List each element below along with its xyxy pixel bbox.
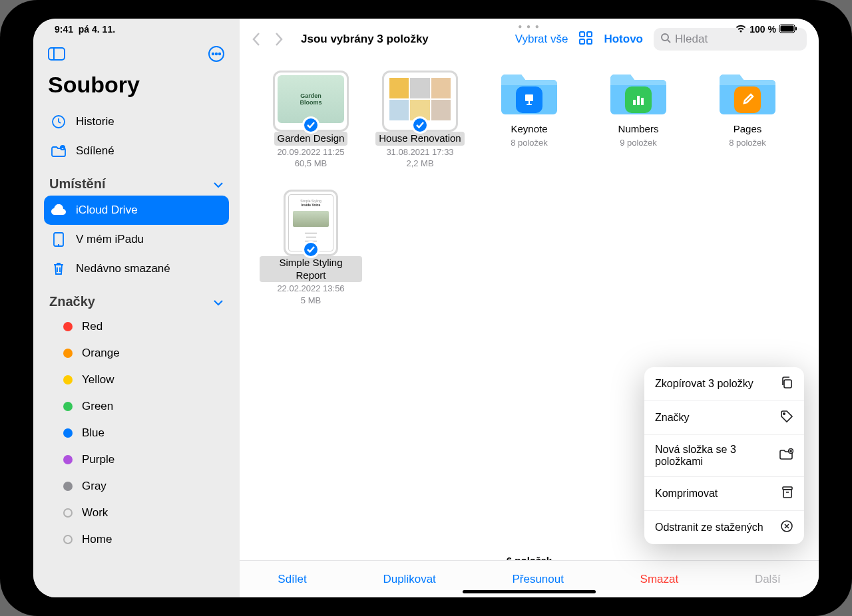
more-button[interactable]: Další [755, 573, 781, 586]
home-indicator[interactable] [463, 590, 596, 593]
file-item[interactable]: House Renovation31.08.2021 17:332,2 MB [369, 71, 471, 170]
tag-icon [780, 410, 793, 426]
sidebar-item-icloud[interactable]: iCloud Drive [44, 196, 229, 225]
svg-rect-25 [784, 380, 791, 388]
file-item[interactable]: GardenBloomsGarden Design20.09.2022 11:2… [260, 71, 362, 170]
svg-point-7 [216, 53, 217, 55]
sidebar-tag-item[interactable]: Orange [44, 340, 229, 367]
sidebar-item-trash[interactable]: Nedávno smazané [44, 254, 229, 283]
wifi-icon [735, 24, 747, 35]
archive-icon [781, 486, 793, 502]
tag-dot-icon [63, 455, 73, 464]
sidebar-item-label: iCloud Drive [76, 204, 222, 217]
folder-icon [605, 71, 672, 118]
sidebar: Soubory Historie Sdílené Umístění iCloud… [33, 19, 240, 597]
svg-point-8 [219, 53, 220, 55]
menu-item-label: Zkopírovat 3 položky [655, 378, 753, 390]
sidebar-item-recents[interactable]: Historie [44, 107, 229, 136]
share-button[interactable]: Sdílet [278, 573, 306, 586]
context-menu: Zkopírovat 3 položkyZnačkyNová složka se… [644, 367, 804, 544]
file-item[interactable]: Simple StylingInside Voice━━━━━━━━━━━━━━… [260, 190, 362, 307]
file-item[interactable]: Keynote8 položek [478, 71, 580, 170]
main-content: ● ● ● Jsou vybrány 3 položky Vybrat vše … [240, 19, 819, 597]
menu-item[interactable]: Značky [644, 401, 804, 435]
tag-label: Gray [82, 480, 222, 493]
sidebar-section-locations[interactable]: Umístění [44, 166, 229, 196]
sidebar-tag-item[interactable]: Yellow [44, 367, 229, 393]
menu-item[interactable]: Zkopírovat 3 položky [644, 367, 804, 401]
tag-empty-icon [63, 535, 73, 544]
image-thumbnail [382, 71, 458, 132]
svg-rect-2 [795, 27, 797, 30]
sidebar-item-onipad[interactable]: V mém iPadu [44, 225, 229, 254]
file-item[interactable]: Pages8 položek [696, 71, 799, 170]
image-thumbnail: GardenBlooms [273, 71, 349, 132]
tag-label: Blue [82, 426, 222, 440]
item-meta: 20.09.2022 11:2560,5 MB [277, 146, 344, 170]
svg-rect-16 [580, 39, 584, 44]
status-left: 9:41 pá 4. 11. [55, 24, 115, 35]
delete-button[interactable]: Smazat [640, 573, 679, 586]
sidebar-tag-item[interactable]: Purple [44, 446, 229, 473]
duplicate-button[interactable]: Duplikovat [383, 573, 435, 586]
item-meta: 9 položek [620, 137, 657, 149]
menu-item-label: Odstranit ze stažených [655, 522, 763, 534]
item-name: Keynote [507, 122, 550, 136]
chevron-down-icon [213, 176, 224, 192]
status-bar: 9:41 pá 4. 11. 100 % [33, 19, 819, 37]
ipad-icon [51, 231, 67, 247]
item-meta: 8 položek [511, 137, 548, 149]
item-name: Pages [730, 122, 765, 136]
sidebar-item-label: V mém iPadu [76, 233, 222, 246]
tag-label: Orange [82, 347, 222, 360]
screen: 9:41 pá 4. 11. 100 % Soubory Historie Sd… [33, 19, 819, 597]
sidebar-item-shared[interactable]: Sdílené [44, 136, 229, 166]
chevron-down-icon [213, 294, 224, 309]
sidebar-section-tags[interactable]: Značky [44, 283, 229, 313]
svg-point-6 [212, 53, 214, 55]
file-item[interactable]: Numbers9 položek [587, 71, 690, 170]
cloud-icon [51, 202, 67, 218]
sidebar-tag-item[interactable]: Gray [44, 473, 229, 500]
tag-dot-icon [63, 349, 73, 358]
battery-text: 100 % [749, 24, 776, 35]
sidebar-tag-item[interactable]: Green [44, 393, 229, 420]
sidebar-tag-item[interactable]: Work [44, 500, 229, 526]
tag-dot-icon [63, 322, 73, 331]
trash-icon [51, 261, 67, 277]
menu-item[interactable]: Odstranit ze stažených [644, 511, 804, 544]
svg-rect-21 [527, 104, 532, 105]
sidebar-tag-item[interactable]: Blue [44, 420, 229, 446]
more-icon[interactable] [208, 45, 225, 65]
remove-icon [780, 520, 793, 536]
menu-item[interactable]: Komprimovat [644, 477, 804, 511]
app-badge-icon [734, 86, 761, 113]
clock-icon [51, 114, 67, 130]
sidebar-tag-item[interactable]: Home [44, 526, 229, 553]
section-label: Umístění [49, 176, 105, 192]
move-button[interactable]: Přesunout [512, 573, 564, 586]
status-time: 9:41 [55, 24, 73, 35]
copy-icon [780, 376, 793, 392]
ipad-frame: 9:41 pá 4. 11. 100 % Soubory Historie Sd… [0, 0, 852, 616]
tag-empty-icon [63, 508, 73, 518]
svg-rect-29 [783, 490, 791, 498]
status-date: pá 4. 11. [79, 24, 115, 35]
tag-label: Work [82, 506, 222, 520]
sidebar-item-label: Nedávno smazané [76, 262, 222, 275]
sidebar-toggle-icon[interactable] [48, 47, 65, 63]
section-label: Značky [49, 294, 95, 309]
tag-label: Red [82, 320, 222, 333]
svg-rect-22 [633, 100, 636, 105]
item-name: Garden Design [274, 132, 348, 146]
doc-thumbnail: Simple StylingInside Voice━━━━━━━━━━━━━━… [284, 190, 338, 256]
svg-rect-20 [529, 101, 530, 104]
selection-check-icon [302, 241, 320, 258]
tag-dot-icon [63, 375, 73, 385]
tag-dot-icon [63, 402, 73, 411]
tag-label: Yellow [82, 373, 222, 386]
menu-item[interactable]: Nová složka se 3 položkami [644, 435, 804, 477]
tag-label: Home [82, 533, 222, 546]
sidebar-item-label: Historie [76, 115, 222, 128]
sidebar-tag-item[interactable]: Red [44, 313, 229, 340]
